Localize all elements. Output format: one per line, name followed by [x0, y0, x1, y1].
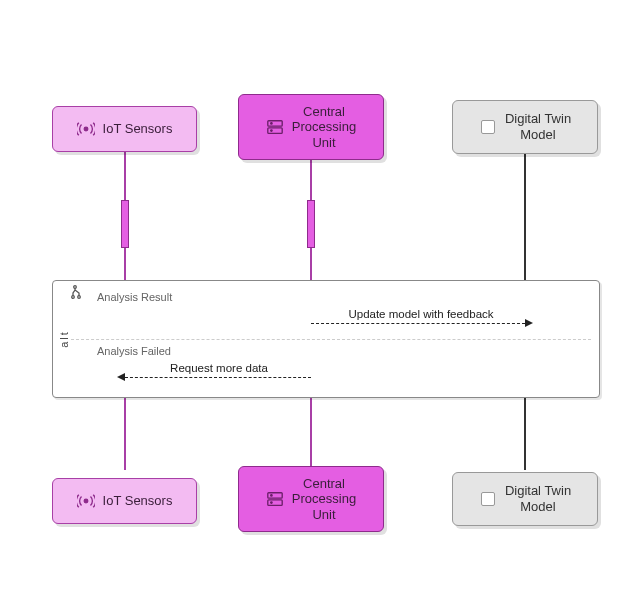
branch-icon [71, 285, 85, 303]
signal-icon [77, 492, 95, 510]
alt-fragment: alt Analysis Result Update model with fe… [52, 280, 600, 398]
square-icon [479, 118, 497, 136]
actor-label: Digital Twin Model [505, 483, 571, 514]
svg-point-11 [271, 495, 272, 496]
server-icon [266, 118, 284, 136]
server-icon [266, 490, 284, 508]
actor-label: Digital Twin Model [505, 111, 571, 142]
alt-divider [71, 339, 591, 340]
actor-cpu-top: Central Processing Unit [238, 94, 384, 160]
message-label-2: Request more data [149, 362, 289, 374]
alt-condition-1: Analysis Result [97, 291, 172, 303]
svg-point-7 [78, 296, 81, 299]
arrowhead-right-icon [525, 319, 533, 327]
message-label-1: Update model with feedback [331, 308, 511, 320]
signal-icon [77, 120, 95, 138]
message-update-model [311, 323, 525, 324]
actor-label: Central Processing Unit [292, 476, 356, 523]
actor-label: IoT Sensors [103, 493, 173, 509]
svg-point-8 [84, 499, 88, 503]
alt-tag: alt [58, 330, 70, 348]
actor-label: IoT Sensors [103, 121, 173, 137]
svg-point-0 [84, 127, 88, 131]
arrowhead-left-icon [117, 373, 125, 381]
actor-label: Central Processing Unit [292, 104, 356, 151]
svg-point-4 [271, 130, 272, 131]
square-icon [479, 490, 497, 508]
svg-point-5 [74, 286, 77, 289]
actor-iot-sensors-top: IoT Sensors [52, 106, 197, 152]
svg-rect-10 [268, 500, 282, 505]
actor-cpu-bottom: Central Processing Unit [238, 466, 384, 532]
svg-point-3 [271, 123, 272, 124]
svg-rect-1 [268, 121, 282, 126]
activation-cpu [307, 200, 315, 248]
actor-twin-top: Digital Twin Model [452, 100, 598, 154]
svg-rect-2 [268, 128, 282, 133]
actor-iot-sensors-bottom: IoT Sensors [52, 478, 197, 524]
message-request-more-data [125, 377, 311, 378]
svg-point-6 [72, 296, 75, 299]
svg-point-12 [271, 502, 272, 503]
activation-sensors [121, 200, 129, 248]
actor-twin-bottom: Digital Twin Model [452, 472, 598, 526]
sequence-diagram: IoT Sensors Central Processing Unit Digi… [0, 0, 624, 598]
alt-condition-2: Analysis Failed [97, 345, 171, 357]
svg-rect-9 [268, 493, 282, 498]
